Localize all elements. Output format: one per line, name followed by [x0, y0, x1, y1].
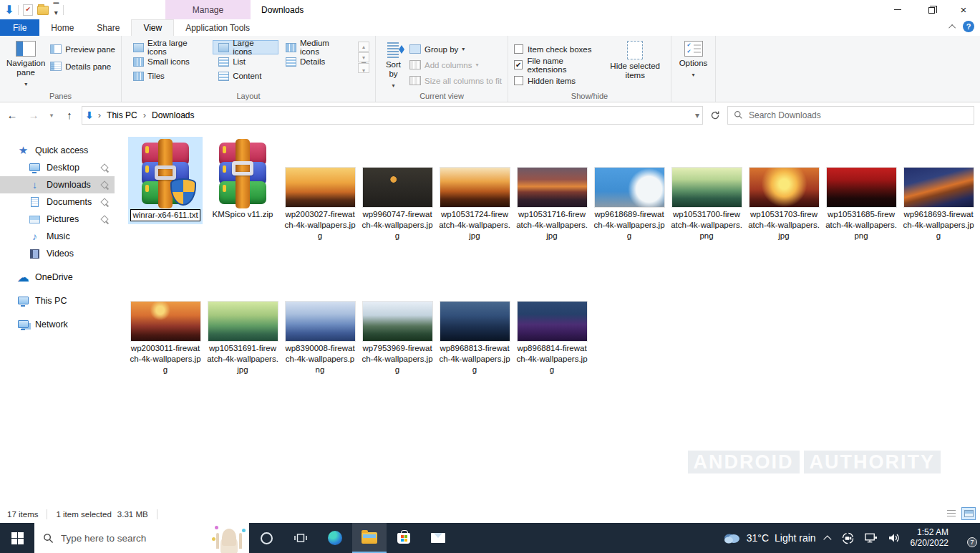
file-item[interactable]: wp8968813-firewatch-4k-wallpapers.jpg: [436, 271, 513, 405]
minimize-button[interactable]: [881, 0, 914, 19]
tab-file[interactable]: File: [0, 19, 39, 36]
file-explorer-button[interactable]: [352, 523, 387, 553]
explorer-search[interactable]: [727, 106, 974, 125]
file-item[interactable]: wp10531685-firewatch-4k-wallpapers.png: [823, 137, 900, 271]
file-item[interactable]: wp2003011-firewatch-4k-wallpapers.jpg: [127, 271, 204, 405]
customize-qat-icon[interactable]: ▔▾: [53, 4, 59, 16]
speaker-icon[interactable]: [888, 532, 901, 544]
close-button[interactable]: ×: [947, 0, 980, 19]
file-item[interactable]: wp9618693-firewatch-4k-wallpapers.jpg: [900, 137, 977, 271]
gallery-scroll-down-icon[interactable]: ▾: [358, 52, 369, 62]
restore-button[interactable]: [914, 0, 947, 19]
layout-option-details[interactable]: Details: [280, 54, 354, 69]
taskbar-search[interactable]: [34, 523, 249, 553]
hide-selected-items-button[interactable]: Hide selected items: [605, 39, 665, 90]
navigation-pane-button[interactable]: Navigation pane ▾: [6, 39, 46, 90]
tab-view[interactable]: View: [131, 19, 174, 36]
mail-button[interactable]: [421, 523, 455, 553]
forward-button[interactable]: →: [24, 106, 43, 125]
task-view-button[interactable]: [283, 523, 318, 553]
tab-home[interactable]: Home: [39, 19, 85, 36]
notification-center-button[interactable]: 7: [959, 531, 974, 545]
tab-share[interactable]: Share: [85, 19, 131, 36]
size-columns-button[interactable]: Size all columns to fit: [409, 73, 502, 88]
file-item[interactable]: wp10531700-firewatch-4k-wallpapers.png: [668, 137, 745, 271]
meet-now-icon[interactable]: [842, 532, 854, 544]
file-item[interactable]: wp10531691-firewatch-4k-wallpapers.jpg: [204, 271, 281, 405]
layout-option-large-icons[interactable]: Large icons: [213, 40, 278, 54]
up-button[interactable]: ↑: [60, 106, 79, 125]
file-item[interactable]: wp10531716-firewatch-4k-wallpapers.jpg: [513, 137, 591, 271]
hidden-icons-chevron[interactable]: [823, 535, 831, 543]
help-icon[interactable]: ?: [963, 21, 974, 32]
breadcrumb[interactable]: ⬇ › This PC › Downloads ▾: [82, 106, 703, 125]
layout-option-content[interactable]: Content: [213, 69, 278, 83]
sort-by-button[interactable]: Sort by ▾: [382, 39, 405, 90]
file-item[interactable]: wp10531724-firewatch-4k-wallpapers.jpg: [436, 137, 513, 271]
search-highlight-image[interactable]: [209, 523, 249, 553]
sidebar-item-quick-access[interactable]: ★Quick access: [0, 142, 115, 159]
file-item[interactable]: wp7953969-firewatch-4k-wallpapers.jpg: [359, 271, 436, 405]
layout-option-tiles[interactable]: Tiles: [127, 69, 211, 83]
sidebar-item-downloads[interactable]: ↓Downloads: [0, 176, 115, 193]
checkbox-item-check-boxes[interactable]: Item check boxes: [514, 42, 601, 57]
thumbnail-view-toggle[interactable]: [961, 507, 976, 520]
minimize-ribbon-icon[interactable]: [949, 24, 956, 31]
checkbox-hidden-items[interactable]: Hidden items: [514, 73, 601, 88]
recent-locations-icon[interactable]: ▾: [46, 106, 57, 125]
mail-icon: [431, 533, 445, 543]
file-item[interactable]: winrar-x64-611.txt: [127, 137, 204, 271]
cortana-button[interactable]: [249, 523, 283, 553]
file-name-edit-box[interactable]: winrar-x64-611.txt: [130, 209, 200, 221]
refresh-icon[interactable]: [706, 106, 724, 125]
explorer-search-input[interactable]: [749, 110, 968, 120]
sidebar-item-label: Quick access: [35, 145, 88, 155]
file-item[interactable]: wp9960747-firewatch-4k-wallpapers.jpg: [359, 137, 436, 271]
sidebar-item-desktop[interactable]: Desktop: [0, 159, 115, 176]
layout-option-medium-icons[interactable]: Medium icons: [280, 40, 354, 54]
add-columns-button[interactable]: Add columns ▾: [409, 57, 502, 72]
layout-option-extra-large-icons[interactable]: Extra large icons: [127, 40, 211, 54]
gallery-more-icon[interactable]: ▔▾: [358, 63, 369, 73]
show-hide-checkboxes: Item check boxes✔File name extensionsHid…: [514, 39, 601, 90]
gallery-scroll-up-icon[interactable]: ▴: [358, 42, 369, 52]
sidebar-item-music[interactable]: ♪Music: [0, 228, 115, 245]
sidebar-item-this-pc[interactable]: This PC: [0, 292, 115, 309]
file-list-area[interactable]: winrar-x64-611.txtKMSpico v11.zipwp20030…: [115, 128, 980, 505]
details-pane-button[interactable]: Details pane: [50, 59, 115, 74]
layout-option-small-icons[interactable]: Small icons: [127, 54, 211, 69]
sidebar-item-videos[interactable]: Videos: [0, 245, 115, 262]
checkbox-file-name-extensions[interactable]: ✔File name extensions: [514, 57, 601, 72]
file-item[interactable]: wp8390008-firewatch-4k-wallpapers.png: [281, 271, 359, 405]
clock[interactable]: 1:52 AM 6/20/2022: [911, 527, 949, 549]
layout-option-list[interactable]: List: [213, 54, 278, 69]
file-item[interactable]: wp8968814-firewatch-4k-wallpapers.jpg: [513, 271, 591, 405]
items-count: 17 items: [7, 510, 38, 519]
weather-widget[interactable]: 31°C Light rain: [722, 532, 816, 544]
sidebar-item-pictures[interactable]: Pictures: [0, 211, 115, 228]
sidebar-item-documents[interactable]: Documents: [0, 193, 115, 211]
file-item[interactable]: wp2003027-firewatch-4k-wallpapers.jpg: [281, 137, 359, 271]
network-icon[interactable]: [864, 532, 878, 544]
breadcrumb-downloads[interactable]: Downloads: [150, 110, 195, 120]
microsoft-store-button[interactable]: [387, 523, 421, 553]
file-item[interactable]: KMSpico v11.zip: [204, 137, 281, 271]
address-dropdown-icon[interactable]: ▾: [695, 110, 699, 120]
taskbar-search-input[interactable]: [61, 533, 202, 544]
group-by-button[interactable]: Group by ▾: [409, 42, 502, 57]
file-grid: winrar-x64-611.txtKMSpico v11.zipwp20030…: [127, 137, 979, 405]
back-button[interactable]: ←: [3, 106, 21, 125]
sidebar-item-onedrive[interactable]: ☁OneDrive: [0, 269, 115, 286]
sidebar-item-network[interactable]: Network: [0, 316, 115, 333]
new-folder-icon[interactable]: [37, 6, 49, 15]
breadcrumb-this-pc[interactable]: This PC: [105, 110, 139, 120]
preview-pane-button[interactable]: Preview pane: [50, 42, 115, 57]
file-item[interactable]: wp10531703-firewatch-4k-wallpapers.jpg: [745, 137, 823, 271]
start-button[interactable]: [0, 523, 34, 553]
edge-button[interactable]: [318, 523, 352, 553]
tab-application-tools[interactable]: Application Tools: [174, 19, 261, 36]
file-item[interactable]: wp9618689-firewatch-4k-wallpapers.jpg: [591, 137, 668, 271]
properties-icon[interactable]: [23, 4, 33, 16]
details-view-toggle[interactable]: [944, 507, 959, 520]
options-button[interactable]: Options ▾: [677, 39, 709, 90]
